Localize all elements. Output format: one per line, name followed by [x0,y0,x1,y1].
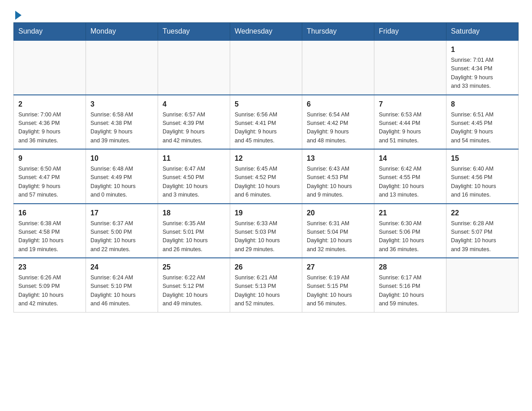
calendar-cell [374,40,446,95]
calendar-cell [230,40,302,95]
weekday-header-thursday: Thursday [302,23,374,41]
day-info: Sunrise: 7:01 AM Sunset: 4:34 PM Dayligh… [451,56,514,91]
calendar-cell: 24Sunrise: 6:24 AM Sunset: 5:10 PM Dayli… [86,258,158,312]
day-number: 8 [451,99,514,110]
day-number: 9 [18,153,81,164]
day-number: 4 [163,99,225,110]
calendar-cell: 21Sunrise: 6:30 AM Sunset: 5:06 PM Dayli… [374,204,446,258]
day-info: Sunrise: 6:54 AM Sunset: 4:42 PM Dayligh… [307,111,369,146]
calendar-cell: 22Sunrise: 6:28 AM Sunset: 5:07 PM Dayli… [446,204,519,258]
day-info: Sunrise: 6:38 AM Sunset: 4:58 PM Dayligh… [18,219,81,254]
calendar-cell: 11Sunrise: 6:47 AM Sunset: 4:50 PM Dayli… [158,149,230,204]
page-header [13,9,519,18]
day-info: Sunrise: 6:40 AM Sunset: 4:56 PM Dayligh… [451,165,514,200]
week-row-5: 23Sunrise: 6:26 AM Sunset: 5:09 PM Dayli… [14,258,519,312]
day-info: Sunrise: 7:00 AM Sunset: 4:36 PM Dayligh… [18,111,81,146]
weekday-header-wednesday: Wednesday [230,23,302,41]
weekday-header-saturday: Saturday [446,23,519,41]
day-number: 2 [18,99,81,110]
week-row-2: 2Sunrise: 7:00 AM Sunset: 4:36 PM Daylig… [14,95,519,150]
logo-arrow-icon [15,11,21,20]
day-info: Sunrise: 6:21 AM Sunset: 5:13 PM Dayligh… [235,274,297,308]
day-number: 1 [451,44,514,55]
day-info: Sunrise: 6:53 AM Sunset: 4:44 PM Dayligh… [379,111,442,146]
logo [13,9,21,18]
day-info: Sunrise: 6:33 AM Sunset: 5:03 PM Dayligh… [235,219,297,254]
calendar-cell: 15Sunrise: 6:40 AM Sunset: 4:56 PM Dayli… [446,149,519,204]
day-info: Sunrise: 6:56 AM Sunset: 4:41 PM Dayligh… [235,111,297,146]
weekday-header-monday: Monday [86,23,158,41]
calendar-cell: 28Sunrise: 6:17 AM Sunset: 5:16 PM Dayli… [374,258,446,312]
day-info: Sunrise: 6:47 AM Sunset: 4:50 PM Dayligh… [163,165,225,200]
day-number: 11 [163,153,225,164]
calendar-cell: 20Sunrise: 6:31 AM Sunset: 5:04 PM Dayli… [302,204,374,258]
day-info: Sunrise: 6:45 AM Sunset: 4:52 PM Dayligh… [235,165,297,200]
calendar-cell: 5Sunrise: 6:56 AM Sunset: 4:41 PM Daylig… [230,95,302,150]
weekday-header-sunday: Sunday [14,23,86,41]
day-number: 23 [18,262,81,273]
day-info: Sunrise: 6:24 AM Sunset: 5:10 PM Dayligh… [90,274,153,308]
calendar-cell: 7Sunrise: 6:53 AM Sunset: 4:44 PM Daylig… [374,95,446,150]
day-number: 25 [163,262,225,273]
week-row-1: 1Sunrise: 7:01 AM Sunset: 4:34 PM Daylig… [14,40,519,95]
day-info: Sunrise: 6:26 AM Sunset: 5:09 PM Dayligh… [18,274,81,308]
day-number: 18 [163,208,225,218]
weekday-header-friday: Friday [374,23,446,41]
day-number: 10 [90,153,153,164]
day-info: Sunrise: 6:31 AM Sunset: 5:04 PM Dayligh… [307,219,369,254]
week-row-4: 16Sunrise: 6:38 AM Sunset: 4:58 PM Dayli… [14,204,519,258]
day-info: Sunrise: 6:48 AM Sunset: 4:49 PM Dayligh… [90,165,153,200]
day-info: Sunrise: 6:50 AM Sunset: 4:47 PM Dayligh… [18,165,81,200]
calendar-cell: 12Sunrise: 6:45 AM Sunset: 4:52 PM Dayli… [230,149,302,204]
day-number: 12 [235,153,297,164]
day-info: Sunrise: 6:35 AM Sunset: 5:01 PM Dayligh… [163,219,225,254]
day-info: Sunrise: 6:42 AM Sunset: 4:55 PM Dayligh… [379,165,442,200]
calendar-cell: 19Sunrise: 6:33 AM Sunset: 5:03 PM Dayli… [230,204,302,258]
calendar-cell: 8Sunrise: 6:51 AM Sunset: 4:45 PM Daylig… [446,95,519,150]
calendar-cell: 23Sunrise: 6:26 AM Sunset: 5:09 PM Dayli… [14,258,86,312]
day-info: Sunrise: 6:51 AM Sunset: 4:45 PM Dayligh… [451,111,514,146]
day-number: 24 [90,262,153,273]
day-number: 17 [90,208,153,218]
weekday-header-row: SundayMondayTuesdayWednesdayThursdayFrid… [14,23,519,41]
calendar-cell [86,40,158,95]
day-number: 27 [307,262,369,273]
day-info: Sunrise: 6:28 AM Sunset: 5:07 PM Dayligh… [451,219,514,254]
calendar-table: SundayMondayTuesdayWednesdayThursdayFrid… [13,22,519,313]
day-info: Sunrise: 6:58 AM Sunset: 4:38 PM Dayligh… [90,111,153,146]
calendar-cell: 6Sunrise: 6:54 AM Sunset: 4:42 PM Daylig… [302,95,374,150]
calendar-cell: 13Sunrise: 6:43 AM Sunset: 4:53 PM Dayli… [302,149,374,204]
day-number: 13 [307,153,369,164]
week-row-3: 9Sunrise: 6:50 AM Sunset: 4:47 PM Daylig… [14,149,519,204]
day-number: 7 [379,99,442,110]
calendar-cell: 10Sunrise: 6:48 AM Sunset: 4:49 PM Dayli… [86,149,158,204]
calendar-cell: 18Sunrise: 6:35 AM Sunset: 5:01 PM Dayli… [158,204,230,258]
calendar-cell: 17Sunrise: 6:37 AM Sunset: 5:00 PM Dayli… [86,204,158,258]
calendar-cell: 9Sunrise: 6:50 AM Sunset: 4:47 PM Daylig… [14,149,86,204]
day-info: Sunrise: 6:30 AM Sunset: 5:06 PM Dayligh… [379,219,442,254]
day-number: 21 [379,208,442,218]
day-number: 16 [18,208,81,218]
calendar-cell: 1Sunrise: 7:01 AM Sunset: 4:34 PM Daylig… [446,40,519,95]
day-info: Sunrise: 6:17 AM Sunset: 5:16 PM Dayligh… [379,274,442,308]
day-number: 28 [379,262,442,273]
day-info: Sunrise: 6:22 AM Sunset: 5:12 PM Dayligh… [163,274,225,308]
calendar-cell: 25Sunrise: 6:22 AM Sunset: 5:12 PM Dayli… [158,258,230,312]
day-number: 19 [235,208,297,218]
calendar-cell [14,40,86,95]
day-info: Sunrise: 6:37 AM Sunset: 5:00 PM Dayligh… [90,219,153,254]
calendar-cell [446,258,519,312]
day-number: 15 [451,153,514,164]
day-info: Sunrise: 6:43 AM Sunset: 4:53 PM Dayligh… [307,165,369,200]
day-number: 20 [307,208,369,218]
day-number: 22 [451,208,514,218]
calendar-cell: 2Sunrise: 7:00 AM Sunset: 4:36 PM Daylig… [14,95,86,150]
day-number: 14 [379,153,442,164]
calendar-cell: 26Sunrise: 6:21 AM Sunset: 5:13 PM Dayli… [230,258,302,312]
calendar-cell [158,40,230,95]
day-number: 26 [235,262,297,273]
calendar-cell: 16Sunrise: 6:38 AM Sunset: 4:58 PM Dayli… [14,204,86,258]
calendar-cell: 14Sunrise: 6:42 AM Sunset: 4:55 PM Dayli… [374,149,446,204]
calendar-cell: 4Sunrise: 6:57 AM Sunset: 4:39 PM Daylig… [158,95,230,150]
day-number: 6 [307,99,369,110]
